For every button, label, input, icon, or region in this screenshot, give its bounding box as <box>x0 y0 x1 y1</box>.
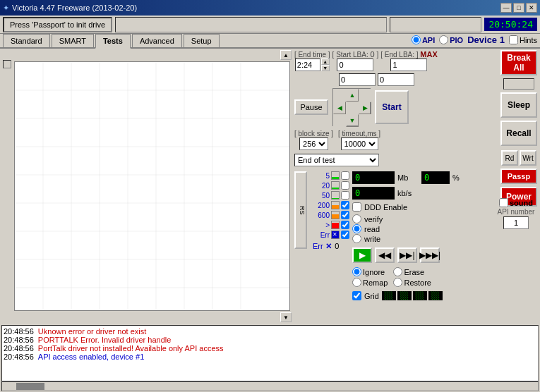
title-bar: ✦ Victoria 4.47 Freeware (2013-02-20) — … <box>0 0 540 16</box>
mode-select[interactable]: End of test Loop <box>294 154 379 166</box>
pio-radio[interactable] <box>439 35 448 44</box>
err-count-row: Err ✕ 0 <box>310 242 349 251</box>
tab-standard[interactable]: Standard <box>3 34 50 47</box>
log-bar-fill-200 <box>332 205 339 209</box>
start-button[interactable]: Start <box>375 90 409 124</box>
passport-button[interactable]: Press 'Passport' to init drive <box>3 17 112 32</box>
log-panel: 20:48:56 Uknown error or driver not exis… <box>1 325 539 381</box>
maximize-button[interactable]: □ <box>513 3 524 13</box>
mb-unit: Mb <box>397 173 419 182</box>
end-time-group-wrap: [ End time ] ▲ ▼ <box>294 51 330 71</box>
pause-button[interactable]: Pause <box>294 99 328 115</box>
arrow-left[interactable]: ◀ <box>333 102 346 114</box>
arrow-empty-tr <box>359 89 371 102</box>
grid-checkbox[interactable] <box>352 291 361 300</box>
block-size-label: [ block size ] <box>294 130 333 137</box>
passp-button[interactable]: Passp <box>500 169 537 184</box>
log-check-5[interactable] <box>341 171 349 180</box>
transport-row: ▶ ◀◀ ▶▶| ▶▶▶| <box>352 247 496 263</box>
main-wrapper: ▲ <box>0 49 540 324</box>
log-check-err[interactable] <box>341 231 349 239</box>
close-button[interactable]: ✕ <box>526 3 537 13</box>
ignore-radio[interactable] <box>352 267 361 276</box>
ignore-label: Ignore <box>352 267 388 276</box>
log-time-3: 20:48:56 <box>4 344 34 353</box>
recall-button[interactable]: Recall <box>500 121 537 146</box>
scroll-down-btn[interactable]: ▼ <box>280 312 292 322</box>
second-row <box>294 73 496 86</box>
hints-checkbox[interactable] <box>509 35 518 44</box>
read-radio-label: read <box>352 224 496 233</box>
arrow-right[interactable]: ▶ <box>359 102 371 114</box>
break-all-button[interactable]: Break All <box>500 50 537 75</box>
skip-next-btn[interactable]: ▶▶| <box>397 247 417 263</box>
wrt-button[interactable]: Wrt <box>520 150 536 166</box>
restore-radio[interactable] <box>393 278 402 287</box>
sound-num-input[interactable] <box>503 216 529 229</box>
write-radio-label: write <box>352 234 496 243</box>
end-time-input-row: ▲ ▼ <box>295 59 330 71</box>
log-line-1: 20:48:56 Uknown error or driver not exis… <box>4 327 536 336</box>
err-x2: ✕ <box>325 242 332 250</box>
mb-val: 0 <box>352 171 395 184</box>
center-panel: [ End time ] ▲ ▼ [ Start LBA: 0 ] [ End … <box>293 49 498 324</box>
read-radio[interactable] <box>352 224 361 233</box>
log-bar-50 <box>331 191 340 200</box>
third-row: Pause ▲ ◀ ▶ ▼ Start <box>294 88 496 126</box>
arrow-down[interactable]: ▼ <box>346 114 359 127</box>
sound-checkbox[interactable] <box>499 198 508 207</box>
log-check-50[interactable] <box>341 191 349 200</box>
tab-smart[interactable]: SMART <box>52 34 94 47</box>
end-time-up[interactable]: ▲ <box>321 59 330 65</box>
log-bar-fill-600 <box>332 214 339 219</box>
grid-row: Grid ░░ ░░ ░░ ░░ <box>352 291 496 300</box>
options-row: Ignore Remap Erase <box>352 267 496 287</box>
lba-val2-input[interactable] <box>339 73 376 86</box>
log-row-200: 200 <box>310 201 349 209</box>
mid-controls: [ End time ] ▲ ▼ [ Start LBA: 0 ] [ End … <box>293 49 498 302</box>
end-lba-input[interactable] <box>390 59 427 71</box>
log-msg-2: PORTTALK Error. Invalid driver handle <box>38 336 172 344</box>
lba-val3-input[interactable] <box>378 73 414 86</box>
tab-tests[interactable]: Tests <box>95 34 131 49</box>
rs-button[interactable]: RS <box>294 171 307 249</box>
verify-radio[interactable] <box>352 214 361 223</box>
end-time-input[interactable] <box>295 59 320 71</box>
tab-advanced[interactable]: Advanced <box>132 34 182 47</box>
erase-radio[interactable] <box>393 267 402 276</box>
skip-end-btn[interactable]: ▶▶▶| <box>420 247 440 263</box>
hints-label-group: Hints <box>509 35 537 44</box>
arrow-cross: ▲ ◀ ▶ ▼ <box>332 88 371 126</box>
log-check-200[interactable] <box>341 201 349 209</box>
ddd-checkbox[interactable] <box>352 202 361 212</box>
block-size-select[interactable]: 256 512 <box>299 137 328 150</box>
status-middle <box>115 17 387 32</box>
log-bar-err: ✕ <box>331 231 340 239</box>
block-size-group: [ block size ] 256 512 <box>294 130 333 150</box>
log-check-600[interactable] <box>341 211 349 219</box>
rd-button[interactable]: Rd <box>501 150 518 166</box>
log-check-20[interactable] <box>341 181 349 190</box>
api-radio[interactable] <box>412 35 421 44</box>
write-radio[interactable] <box>352 234 361 243</box>
verify-read-write: verify read write <box>352 214 496 243</box>
play-btn[interactable]: ▶ <box>352 247 372 263</box>
scroll-thumb-y[interactable] <box>3 60 11 68</box>
back-btn[interactable]: ◀◀ <box>375 247 395 263</box>
scroll-up-btn[interactable]: ▲ <box>280 50 292 60</box>
verify-radio-label: verify <box>352 214 496 223</box>
minimize-button[interactable]: — <box>500 3 512 13</box>
tab-setup[interactable]: Setup <box>184 34 220 47</box>
timeout-select[interactable]: 10000 5000 <box>341 137 378 150</box>
bottom-scrollbar[interactable] <box>1 381 539 391</box>
start-lba-input[interactable] <box>337 59 373 71</box>
remap-radio[interactable] <box>352 278 361 287</box>
arrow-up[interactable]: ▲ <box>346 89 359 102</box>
scroll-thumb-x[interactable] <box>16 383 44 390</box>
log-label-20: 20 <box>310 182 330 190</box>
log-line-3: 20:48:56 PortTalk driver not installed! … <box>4 344 536 353</box>
sleep-button[interactable]: Sleep <box>500 92 537 118</box>
log-check-gt[interactable] <box>341 221 349 229</box>
end-time-down[interactable]: ▼ <box>321 65 330 71</box>
mode-dropdown-row: End of test Loop <box>294 154 496 166</box>
